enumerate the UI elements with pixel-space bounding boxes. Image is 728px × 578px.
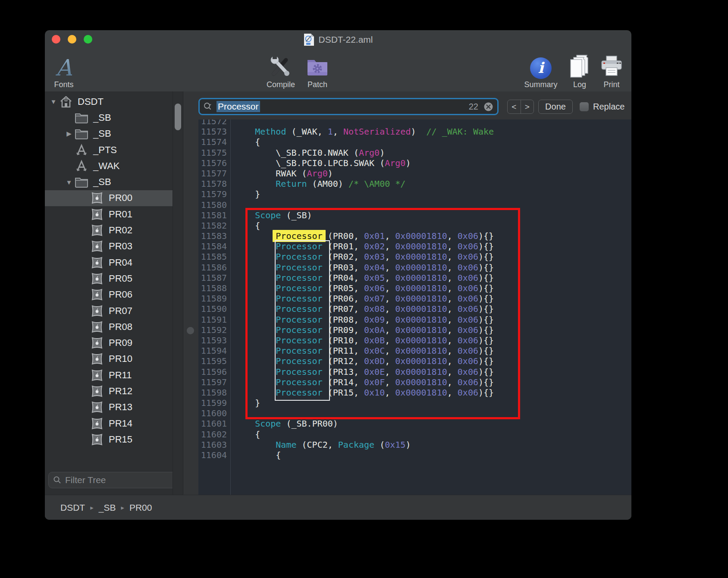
tree-item-label: PR14 bbox=[109, 418, 132, 429]
tree-item-label: PR01 bbox=[109, 209, 132, 220]
line-number: 11603 bbox=[198, 440, 230, 450]
line-number: 11576 bbox=[198, 158, 230, 168]
find-input[interactable]: Processor 22 bbox=[198, 98, 499, 115]
fonts-button[interactable]: A Fonts bbox=[45, 53, 90, 89]
code-line: 11599 } bbox=[198, 398, 631, 408]
tree-item-pr03[interactable]: PR03 bbox=[45, 239, 173, 254]
printer-icon bbox=[599, 55, 624, 79]
tree-item-_sb[interactable]: ▶_SB bbox=[45, 126, 173, 142]
previous-match-button[interactable]: < bbox=[508, 100, 521, 113]
code-text: Return (AM00) /* \AM00 */ bbox=[230, 179, 405, 189]
code-text bbox=[230, 408, 234, 418]
breadcrumb-item-dsdt[interactable]: DSDT bbox=[60, 503, 85, 513]
sidebar-scrollbar[interactable] bbox=[173, 91, 183, 495]
processor-icon bbox=[90, 305, 104, 317]
line-number: 11578 bbox=[198, 179, 230, 189]
code-text: Processor (PR03, 0x04, 0x00001810, 0x06)… bbox=[230, 262, 494, 273]
tree-item-_sb[interactable]: ▼_SB bbox=[45, 174, 173, 190]
processor-icon bbox=[90, 192, 104, 204]
disclosure-closed-icon[interactable]: ▶ bbox=[64, 130, 74, 138]
code-text: Scope (_SB.PR00) bbox=[230, 418, 338, 429]
tree-item-pr00[interactable]: PR00 bbox=[45, 190, 173, 206]
replace-label: Replace bbox=[593, 102, 624, 112]
line-number: 11599 bbox=[198, 398, 230, 408]
done-button[interactable]: Done bbox=[538, 100, 573, 114]
tree-item-pr04[interactable]: PR04 bbox=[45, 254, 173, 270]
folder-icon bbox=[74, 176, 89, 188]
code-text: Processor (PR00, 0x01, 0x00001810, 0x06)… bbox=[230, 231, 494, 241]
filter-tree-input[interactable]: Filter Tree bbox=[48, 472, 181, 488]
line-number: 11580 bbox=[198, 200, 230, 210]
patch-label: Patch bbox=[292, 80, 343, 89]
patch-button[interactable]: Patch bbox=[292, 53, 343, 89]
disclosure-open-icon[interactable]: ▼ bbox=[48, 98, 59, 105]
breadcrumb-item-pr00[interactable]: PR00 bbox=[129, 503, 152, 513]
code-line: 11582 { bbox=[198, 220, 631, 231]
tree-item-pr01[interactable]: PR01 bbox=[45, 206, 173, 222]
code-lines: 1157211573 Method (_WAK, 1, NotSerialize… bbox=[198, 119, 631, 460]
tree-item-label: PR12 bbox=[109, 386, 132, 397]
disclosure-open-icon[interactable]: ▼ bbox=[64, 179, 74, 186]
patch-icon bbox=[305, 55, 329, 79]
tree-item-pr14[interactable]: PR14 bbox=[45, 415, 173, 431]
tree-item-_sb[interactable]: _SB bbox=[45, 110, 173, 126]
breadcrumb-separator-icon: ▸ bbox=[121, 504, 124, 512]
code-text: Processor (PR04, 0x05, 0x00001810, 0x06)… bbox=[230, 273, 494, 283]
clear-search-icon[interactable] bbox=[483, 102, 493, 112]
line-number: 11591 bbox=[198, 314, 230, 325]
line-number: 11587 bbox=[198, 273, 230, 283]
tree-item-pr10[interactable]: PR10 bbox=[45, 351, 173, 367]
processor-icon bbox=[90, 272, 104, 285]
code-line: 11579 } bbox=[198, 189, 631, 199]
tree-item-pr06[interactable]: PR06 bbox=[45, 287, 173, 303]
scrollbar-thumb[interactable] bbox=[175, 104, 181, 130]
processor-icon bbox=[90, 224, 104, 237]
search-match: Processor bbox=[276, 377, 322, 387]
code-text: Processor (PR02, 0x03, 0x00001810, 0x06)… bbox=[230, 251, 494, 262]
tree-item-pr12[interactable]: PR12 bbox=[45, 383, 173, 399]
search-match: Processor bbox=[276, 273, 322, 283]
tree-item-pr02[interactable]: PR02 bbox=[45, 222, 173, 238]
tree-item-pr08[interactable]: PR08 bbox=[45, 319, 173, 335]
pane-splitter[interactable] bbox=[183, 91, 198, 495]
processor-icon bbox=[90, 385, 104, 398]
tree-item-pr05[interactable]: PR05 bbox=[45, 270, 173, 286]
tree-item-_pts[interactable]: _PTS bbox=[45, 142, 173, 158]
tree-item-pr13[interactable]: PR13 bbox=[45, 399, 173, 415]
replace-checkbox[interactable] bbox=[580, 102, 589, 111]
tree-item-label: _SB bbox=[93, 176, 111, 188]
code-line: 11590 Processor (PR07, 0x08, 0x00001810,… bbox=[198, 304, 631, 314]
breadcrumb-item-_sb[interactable]: _SB bbox=[99, 503, 116, 513]
code-text: Processor (PR12, 0x0D, 0x00001810, 0x06)… bbox=[230, 356, 494, 366]
tree-item-label: PR05 bbox=[109, 273, 132, 284]
code-editor[interactable]: 1157211573 Method (_WAK, 1, NotSerialize… bbox=[198, 119, 631, 495]
search-match: Processor bbox=[276, 325, 322, 335]
next-match-button[interactable]: > bbox=[521, 100, 534, 113]
line-number: 11602 bbox=[198, 429, 230, 440]
code-line: 11591 Processor (PR08, 0x09, 0x00001810,… bbox=[198, 314, 631, 325]
tree-item-pr07[interactable]: PR07 bbox=[45, 303, 173, 319]
editor-pane: Processor 22 < > Done Replace bbox=[197, 91, 631, 495]
search-match: Processor bbox=[276, 251, 322, 262]
method-icon bbox=[74, 160, 89, 173]
line-number: 11601 bbox=[198, 418, 230, 429]
line-number: 11589 bbox=[198, 293, 230, 304]
code-line: 11600 bbox=[198, 408, 631, 418]
code-line: 11595 Processor (PR12, 0x0D, 0x00001810,… bbox=[198, 356, 631, 366]
search-match: Processor bbox=[276, 241, 322, 251]
tree-item-label: _WAK bbox=[93, 160, 120, 172]
code-line: 11586 Processor (PR03, 0x04, 0x00001810,… bbox=[198, 262, 631, 273]
tree-item-pr15[interactable]: PR15 bbox=[45, 431, 173, 447]
print-button[interactable]: Print bbox=[586, 53, 631, 89]
code-text: Scope (_SB) bbox=[230, 210, 312, 220]
tree-item-label: PR07 bbox=[109, 305, 132, 317]
tree-item-label: PR08 bbox=[109, 321, 132, 333]
splitter-handle-icon[interactable] bbox=[187, 327, 194, 334]
tree-item-pr11[interactable]: PR11 bbox=[45, 367, 173, 383]
code-line: 11578 Return (AM00) /* \AM00 */ bbox=[198, 179, 631, 189]
tree-item-pr09[interactable]: PR09 bbox=[45, 335, 173, 351]
tree-item-_wak[interactable]: _WAK bbox=[45, 158, 173, 174]
folder-icon bbox=[74, 112, 89, 123]
method-icon bbox=[74, 144, 89, 157]
tree-item-dsdt[interactable]: ▼DSDT bbox=[45, 94, 173, 110]
